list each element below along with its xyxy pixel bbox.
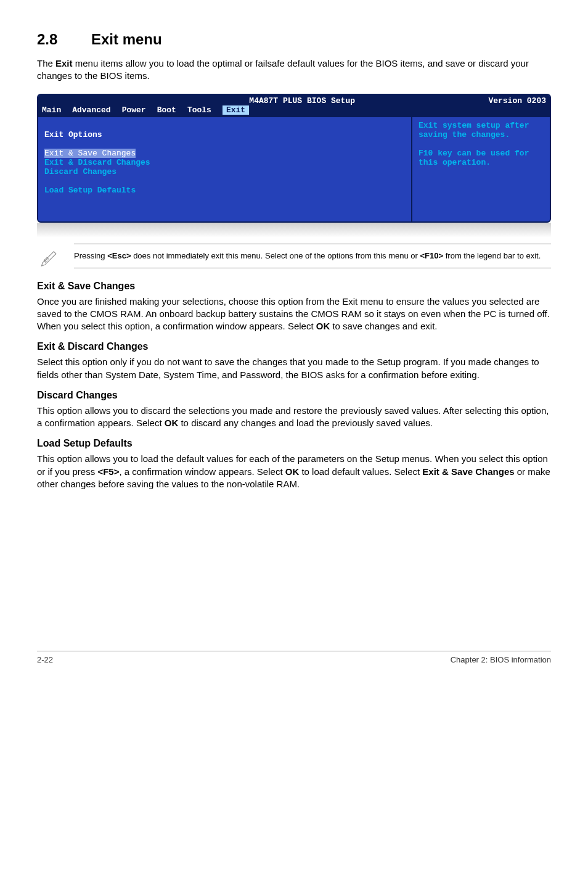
note-part: Pressing (74, 251, 107, 260)
section-number: 2.8 (37, 31, 91, 48)
txt-bold: OK (165, 418, 179, 428)
subhead-exit-discard: Exit & Discard Changes (37, 341, 551, 352)
bios-load-defaults[interactable]: Load Setup Defaults (44, 186, 136, 195)
intro-paragraph: The Exit menu items allow you to load th… (37, 57, 551, 83)
bios-exit-save[interactable]: Exit & Save Changes (44, 149, 136, 158)
section-title: 2.8Exit menu (37, 31, 551, 48)
footer-chapter: Chapter 2: BIOS information (451, 655, 551, 664)
bios-screenshot: M4A87T PLUS BIOS Setup Version 0203 Main… (37, 94, 551, 223)
bios-version: Version 0203 (488, 96, 546, 105)
txt: , a confirmation window appears. Select (119, 466, 285, 477)
para-load-defaults: This option allows you to load the defau… (37, 453, 551, 490)
txt-esc: Exit & Save Changes (422, 466, 514, 477)
bios-help-pane: Exit system setup after saving the chang… (411, 117, 550, 221)
page-footer: 2-22 Chapter 2: BIOS information (37, 651, 551, 664)
txt: to load default values. Select (299, 466, 422, 477)
note-esc-key: <Esc> (107, 251, 131, 260)
bios-shadow (37, 223, 551, 237)
para-discard: This option allows you to discard the se… (37, 405, 551, 430)
subhead-discard: Discard Changes (37, 390, 551, 401)
bios-tab-power[interactable]: Power (122, 105, 157, 115)
bios-tab-exit[interactable]: Exit (223, 105, 249, 115)
txt: to save changes and exit. (330, 321, 437, 331)
note-block: Pressing <Esc> does not immediately exit… (37, 244, 551, 268)
footer-page: 2-22 (37, 655, 53, 664)
note-part-2: does not immediately exit this menu. Sel… (131, 251, 420, 260)
intro-text: The (37, 58, 55, 68)
bios-left-pane: Exit Options Exit & Save Changes Exit & … (38, 117, 411, 221)
bios-exit-discard[interactable]: Exit & Discard Changes (44, 158, 150, 167)
note-f10-key: <F10> (420, 251, 444, 260)
section-name: Exit menu (91, 31, 162, 47)
pencil-note-icon (37, 244, 62, 268)
bios-tab-main[interactable]: Main (42, 105, 72, 115)
note-text: Pressing <Esc> does not immediately exit… (74, 244, 551, 268)
para-exit-discard: Select this option only if you do not wa… (37, 356, 551, 381)
txt-bold: OK (316, 321, 330, 331)
bios-title: M4A87T PLUS BIOS Setup (116, 96, 488, 105)
intro-bold: Exit (55, 58, 73, 68)
bios-options-header: Exit Options (44, 130, 102, 139)
para-exit-save: Once you are finished making your select… (37, 295, 551, 333)
bios-discard[interactable]: Discard Changes (44, 167, 116, 176)
subhead-load-defaults: Load Setup Defaults (37, 438, 551, 449)
note-part-3: from the legend bar to exit. (443, 251, 541, 260)
txt: to discard any changes and load the prev… (178, 418, 433, 428)
txt-f5: <F5> (97, 466, 119, 477)
txt-ok: OK (285, 466, 300, 477)
intro-text-2: menu items allow you to load the optimal… (37, 58, 529, 81)
bios-menu-bar: Main Advanced Power Boot Tools Exit (42, 105, 546, 115)
bios-tab-tools[interactable]: Tools (187, 105, 223, 115)
txt: Once you are finished making your select… (37, 296, 550, 332)
subhead-exit-save: Exit & Save Changes (37, 281, 551, 292)
bios-tab-advanced[interactable]: Advanced (72, 105, 121, 115)
bios-tab-boot[interactable]: Boot (157, 105, 187, 115)
bios-header: M4A87T PLUS BIOS Setup Version 0203 Main… (38, 95, 550, 117)
